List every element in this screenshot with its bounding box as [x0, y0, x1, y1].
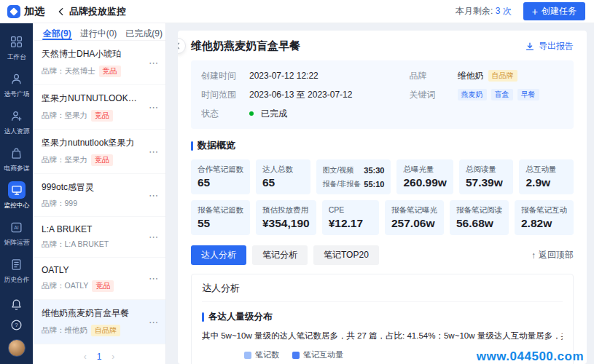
- stat-card: 报备笔记曝光 257.06w: [385, 200, 444, 235]
- person-icon: [8, 70, 26, 87]
- task-list-item[interactable]: L:A BRUKET 品牌：L:A BRUKET ⋯: [33, 217, 165, 258]
- task-info-panel: 创建时间 2023-07-12 12:22 品牌 维他奶 自品牌 时间范围: [191, 60, 574, 129]
- keyword-tag: 燕麦奶: [458, 89, 487, 100]
- user-avatar[interactable]: [8, 339, 26, 357]
- status-value: 已完成: [249, 108, 287, 120]
- sidebar-item-history[interactable]: 历史合作: [0, 252, 33, 289]
- stat-card: CPE ¥12.17: [322, 200, 379, 235]
- stat-card: 总互动量 2.9w: [519, 159, 574, 194]
- task-list-item[interactable]: 坚果力NUTNUTLOOK坚果力... 品牌：坚果力竞品 ⋯: [33, 85, 165, 130]
- time-range-value: 2023-06-13 至 2023-07-12: [249, 89, 352, 101]
- own-brand-tag: 自品牌: [488, 70, 517, 82]
- more-options-icon[interactable]: ⋯: [144, 273, 160, 284]
- tab-completed[interactable]: 已完成(9): [121, 28, 167, 40]
- more-options-icon[interactable]: ⋯: [144, 232, 160, 242]
- sidebar-item-matrix[interactable]: AI 矩阵运营: [0, 215, 33, 252]
- analysis-tabs: 达人分析 笔记分析 笔记TOP20 ↑ 返回顶部: [191, 245, 574, 265]
- task-list-item[interactable]: 天然博士DHA小琥珀 品牌：天然博士竞品 ⋯: [33, 41, 165, 85]
- competitor-tag: 竞品: [92, 280, 114, 292]
- sidebar-item-ecommerce[interactable]: 电商参谋: [0, 141, 33, 178]
- more-options-icon[interactable]: ⋯: [144, 317, 160, 328]
- overview-section-title: 数据概览: [198, 139, 235, 152]
- create-task-button[interactable]: + 创建任务: [523, 2, 585, 20]
- back-chevron-icon[interactable]: [56, 7, 66, 17]
- help-icon[interactable]: ?: [10, 319, 23, 331]
- task-items: 天然博士DHA小琥珀 品牌：天然博士竞品 ⋯ 坚果力NUTNUTLOOK坚果力.…: [33, 41, 165, 344]
- keywords-value: 燕麦奶 盲盒 早餐: [458, 89, 539, 100]
- legend-notes: 笔记数: [244, 349, 279, 360]
- tab-note-top20[interactable]: 笔记TOP20: [313, 245, 379, 265]
- download-icon: [525, 41, 535, 52]
- stat-card: 报备笔记篇数 55: [191, 200, 250, 235]
- back-to-top-button[interactable]: ↑ 返回顶部: [531, 249, 574, 261]
- more-options-icon[interactable]: ⋯: [144, 146, 160, 157]
- app-window: 加选 品牌投放监控 本月剩余: 3 次 + 创建任务: [0, 0, 594, 364]
- competitor-tag: 竞品: [99, 66, 121, 77]
- sidebar-item-monitor[interactable]: 监控中心: [0, 178, 33, 215]
- monthly-remaining: 本月剩余: 3 次: [456, 5, 512, 17]
- tab-all[interactable]: 全部(9): [39, 28, 76, 40]
- level-distribution-title: 各达人量级分布: [208, 311, 273, 323]
- sidebar-item-plaza[interactable]: 选号广场: [0, 66, 33, 103]
- page-number[interactable]: 1: [97, 352, 102, 362]
- stat-card: 总阅读量 57.39w: [459, 159, 514, 194]
- legend-swatch: [244, 352, 251, 359]
- stat-card: 预估投放费用 ¥354,190: [256, 200, 316, 235]
- more-options-icon[interactable]: ⋯: [144, 102, 160, 113]
- distribution-summary-text: 其中 5w~10w 量级的达人笔记数居多，共 27 篇，占比: 41.54%；5…: [202, 331, 563, 341]
- task-list-item[interactable]: 坚果力nutnutlook坚果力 品牌：坚果力竞品 ⋯: [33, 130, 165, 174]
- created-time-value: 2023-07-12 12:22: [249, 71, 319, 81]
- sidebar-item-resources[interactable]: 达人资源: [0, 103, 33, 141]
- task-list-panel: 全部(9) 进行中(0) 已完成(9) 天然博士DHA小琥珀 品牌：天然博士竞品…: [33, 23, 166, 364]
- stat-card: 合作笔记篇数 65: [191, 159, 250, 194]
- tab-in-progress[interactable]: 进行中(0): [76, 28, 122, 40]
- person-star-icon: [8, 107, 26, 124]
- brand-label: 品牌: [410, 70, 455, 82]
- status-label: 状态: [201, 108, 246, 120]
- sidebar-nav: 工作台 选号广场 达人资源 电商参谋: [0, 23, 33, 364]
- main-content: 维他奶燕麦奶盲盒早餐 导出报告 创建时间 2023-07-12 12:22 品牌: [166, 23, 594, 364]
- pagination: ‹ 1 ›: [33, 344, 165, 364]
- next-page-icon[interactable]: ›: [112, 352, 114, 362]
- export-report-button[interactable]: 导出报告: [525, 40, 574, 52]
- brand-value: 维他奶 自品牌: [458, 70, 517, 82]
- top-bar: 加选 品牌投放监控 本月剩余: 3 次 + 创建任务: [0, 0, 594, 23]
- prev-page-icon[interactable]: ‹: [84, 352, 87, 362]
- sidebar-item-workbench[interactable]: 工作台: [0, 29, 33, 66]
- tab-influencer-analysis[interactable]: 达人分析: [191, 245, 246, 265]
- task-list-tabs: 全部(9) 进行中(0) 已完成(9): [33, 23, 165, 41]
- plus-icon: +: [532, 7, 538, 17]
- logo-icon: [7, 5, 20, 18]
- collapse-panel-button[interactable]: [178, 38, 186, 54]
- more-options-icon[interactable]: ⋯: [144, 58, 160, 68]
- logo-text: 加选: [24, 5, 44, 18]
- own-brand-tag: 自品牌: [91, 325, 120, 336]
- stats-row-2: 报备笔记篇数 55 预估投放费用 ¥354,190 CPE ¥12.17 报备笔…: [191, 200, 574, 235]
- competitor-tag: 竞品: [91, 154, 113, 166]
- watermark-text: www.044500.com: [477, 349, 584, 364]
- notification-bell-icon[interactable]: [10, 298, 23, 311]
- keywords-label: 关键词: [410, 89, 455, 101]
- detail-card: 维他奶燕麦奶盲盒早餐 导出报告 创建时间 2023-07-12 12:22 品牌: [178, 31, 587, 364]
- task-list-item[interactable]: 999otc感冒灵 品牌：999 ⋯: [33, 174, 165, 217]
- section-marker: [202, 312, 204, 322]
- svg-text:AI: AI: [14, 225, 19, 230]
- app-logo[interactable]: 加选: [0, 5, 52, 18]
- monitor-icon: [8, 181, 26, 199]
- page-title: 品牌投放监控: [69, 5, 126, 18]
- task-list-item-selected[interactable]: 维他奶燕麦奶盲盒早餐 品牌：维他奶自品牌 ⋯: [33, 300, 165, 344]
- created-time-label: 创建时间: [201, 70, 246, 82]
- stat-card: 达人总数 65: [256, 159, 310, 194]
- analysis-section-title: 达人分析: [202, 282, 563, 302]
- tab-note-analysis[interactable]: 笔记分析: [252, 245, 308, 265]
- more-options-icon[interactable]: ⋯: [144, 190, 160, 201]
- svg-text:?: ?: [15, 322, 18, 328]
- remaining-count: 3 次: [496, 6, 512, 16]
- document-icon: [8, 256, 26, 273]
- stat-card-ratios: 图文/视频35:30 报备/非报备55:10: [316, 159, 391, 194]
- stats-row-1: 合作笔记篇数 65 达人总数 65 图文/视频35:30 报备/非报备55:10…: [191, 159, 574, 194]
- stat-card: 报备笔记阅读 56.68w: [450, 200, 509, 235]
- keyword-tag: 早餐: [517, 89, 539, 100]
- status-dot-green: [249, 111, 254, 116]
- task-list-item[interactable]: OATLY 品牌：OATLY竞品 ⋯: [33, 258, 165, 300]
